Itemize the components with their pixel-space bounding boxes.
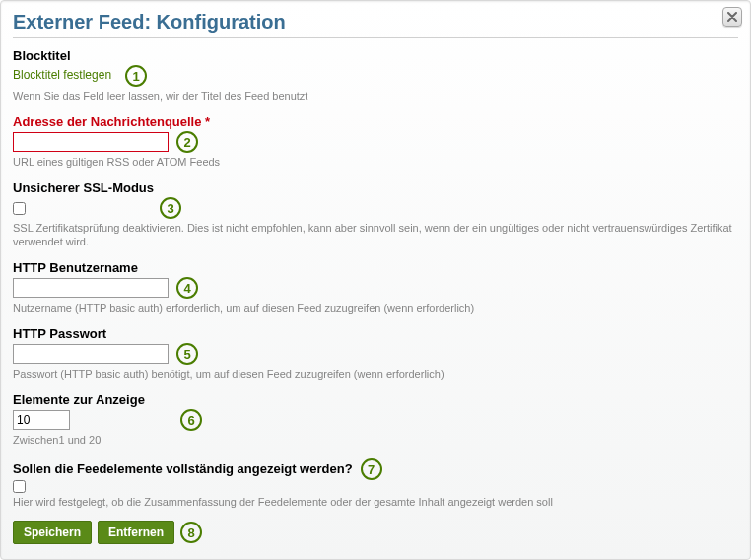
user-help: Nutzername (HTTP basic auth) erforderlic… — [13, 301, 738, 315]
insecure-help: SSL Zertifikatsprüfung deaktivieren. Die… — [13, 221, 738, 248]
field-count: Elemente zur Anzeige 6 Zwischen1 und 20 — [13, 392, 738, 447]
marker-6: 6 — [180, 409, 202, 431]
user-label: HTTP Benutzername — [13, 260, 738, 275]
full-checkbox[interactable] — [13, 480, 26, 493]
full-help: Hier wird festgelegt, ob die Zusammenfas… — [13, 495, 738, 509]
required-asterisk: * — [205, 114, 210, 129]
field-full-display: Sollen die Feedelemente vollständig ange… — [13, 458, 738, 509]
insecure-checkbox[interactable] — [13, 202, 26, 215]
blocktitle-label: Blocktitel — [13, 48, 738, 63]
marker-3: 3 — [160, 197, 181, 219]
field-url: Adresse der Nachrichtenquelle * 2 URL ei… — [13, 114, 738, 169]
url-label-text: Adresse der Nachrichtenquelle — [13, 114, 201, 129]
marker-4: 4 — [176, 277, 198, 299]
marker-8: 8 — [180, 522, 202, 543]
dialog-frame: Externer Feed: Konfiguration Blocktitel … — [0, 0, 751, 560]
user-input[interactable] — [13, 278, 169, 298]
pass-help: Passwort (HTTP basic auth) benötigt, um … — [13, 367, 738, 381]
insecure-label: Unsicherer SSL-Modus — [13, 180, 738, 195]
marker-1: 1 — [125, 65, 147, 87]
dialog-title: Externer Feed: Konfiguration — [13, 11, 738, 34]
full-label: Sollen die Feedelemente vollständig ange… — [13, 461, 353, 476]
count-input[interactable] — [13, 410, 70, 430]
pass-input[interactable] — [13, 344, 169, 364]
url-input[interactable] — [13, 132, 169, 152]
divider — [13, 37, 738, 38]
marker-2: 2 — [176, 131, 198, 153]
blocktitle-help: Wenn Sie das Feld leer lassen, wir der T… — [13, 89, 738, 103]
url-label: Adresse der Nachrichtenquelle * — [13, 114, 738, 129]
save-button[interactable]: Speichern — [13, 521, 92, 544]
field-blocktitle: Blocktitel Blocktitel festlegen 1 Wenn S… — [13, 48, 738, 103]
url-help: URL eines gültigen RSS oder ATOM Feeds — [13, 155, 738, 169]
close-button[interactable] — [722, 7, 742, 27]
field-http-pass: HTTP Passwort 5 Passwort (HTTP basic aut… — [13, 326, 738, 381]
count-help: Zwischen1 und 20 — [13, 433, 738, 447]
close-icon — [727, 12, 737, 22]
field-insecure-ssl: Unsicherer SSL-Modus 3 SSL Zertifikatspr… — [13, 180, 738, 248]
marker-7: 7 — [361, 458, 382, 480]
blocktitle-set-link[interactable]: Blocktitel festlegen — [13, 68, 111, 82]
count-label: Elemente zur Anzeige — [13, 392, 738, 407]
field-http-user: HTTP Benutzername 4 Nutzername (HTTP bas… — [13, 260, 738, 315]
marker-5: 5 — [176, 343, 198, 365]
remove-button[interactable]: Entfernen — [98, 521, 174, 544]
pass-label: HTTP Passwort — [13, 326, 738, 341]
button-row: Speichern Entfernen 8 — [13, 521, 738, 544]
